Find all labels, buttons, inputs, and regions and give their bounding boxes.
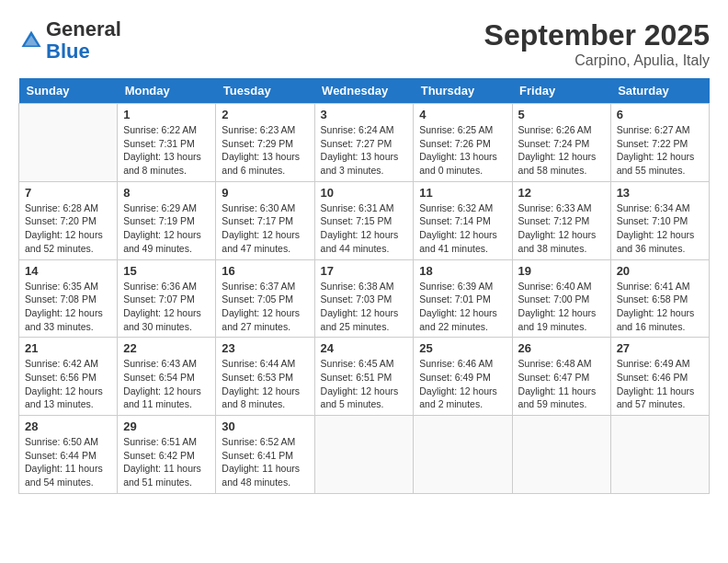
calendar-cell: 26Sunrise: 6:48 AMSunset: 6:47 PMDayligh… <box>512 338 610 416</box>
day-info: Sunrise: 6:34 AMSunset: 7:10 PMDaylight:… <box>617 201 703 256</box>
day-info: Sunrise: 6:26 AMSunset: 7:24 PMDaylight:… <box>518 123 605 178</box>
day-number: 8 <box>123 186 210 200</box>
day-number: 14 <box>25 264 111 278</box>
day-info: Sunrise: 6:46 AMSunset: 6:49 PMDaylight:… <box>419 357 506 411</box>
day-number: 16 <box>222 264 308 278</box>
day-info: Sunrise: 6:38 AMSunset: 7:03 PMDaylight:… <box>321 280 408 334</box>
weekday-header-row: SundayMondayTuesdayWednesdayThursdayFrid… <box>19 78 710 104</box>
day-number: 27 <box>617 341 703 355</box>
day-info: Sunrise: 6:52 AMSunset: 6:41 PMDaylight:… <box>222 435 308 489</box>
calendar-week-1: 1Sunrise: 6:22 AMSunset: 7:31 PMDaylight… <box>19 104 710 182</box>
day-info: Sunrise: 6:25 AMSunset: 7:26 PMDaylight:… <box>419 123 506 178</box>
calendar-week-2: 7Sunrise: 6:28 AMSunset: 7:20 PMDaylight… <box>19 181 710 259</box>
weekday-header-thursday: Thursday <box>414 78 512 104</box>
calendar-cell: 13Sunrise: 6:34 AMSunset: 7:10 PMDayligh… <box>610 181 709 259</box>
calendar-table: SundayMondayTuesdayWednesdayThursdayFrid… <box>18 78 710 494</box>
day-number: 6 <box>617 108 703 121</box>
day-number: 12 <box>518 186 605 200</box>
calendar-cell: 17Sunrise: 6:38 AMSunset: 7:03 PMDayligh… <box>314 259 414 338</box>
calendar-cell: 11Sunrise: 6:32 AMSunset: 7:14 PMDayligh… <box>414 181 512 259</box>
day-number: 5 <box>518 108 605 121</box>
day-info: Sunrise: 6:37 AMSunset: 7:05 PMDaylight:… <box>222 280 308 334</box>
logo-blue: Blue <box>46 40 121 63</box>
calendar-cell <box>610 416 709 494</box>
calendar-cell: 24Sunrise: 6:45 AMSunset: 6:51 PMDayligh… <box>314 338 414 416</box>
calendar-week-4: 21Sunrise: 6:42 AMSunset: 6:56 PMDayligh… <box>19 338 710 416</box>
logo-general: General <box>46 18 121 40</box>
calendar-cell: 14Sunrise: 6:35 AMSunset: 7:08 PMDayligh… <box>19 259 118 338</box>
title-block: September 2025 Carpino, Apulia, Italy <box>484 18 710 69</box>
day-info: Sunrise: 6:42 AMSunset: 6:56 PMDaylight:… <box>25 357 111 411</box>
day-number: 15 <box>123 264 210 278</box>
day-number: 29 <box>123 419 210 433</box>
calendar-cell: 5Sunrise: 6:26 AMSunset: 7:24 PMDaylight… <box>512 104 610 182</box>
calendar-cell: 27Sunrise: 6:49 AMSunset: 6:46 PMDayligh… <box>610 338 709 416</box>
day-info: Sunrise: 6:36 AMSunset: 7:07 PMDaylight:… <box>123 280 210 334</box>
day-number: 24 <box>321 341 408 355</box>
calendar-cell <box>512 416 610 494</box>
logo-icon <box>18 28 44 53</box>
logo: General Blue <box>18 18 121 63</box>
day-info: Sunrise: 6:35 AMSunset: 7:08 PMDaylight:… <box>25 280 111 334</box>
day-number: 28 <box>25 419 111 433</box>
day-number: 18 <box>419 264 506 278</box>
day-number: 25 <box>419 341 506 355</box>
calendar-cell: 20Sunrise: 6:41 AMSunset: 6:58 PMDayligh… <box>610 259 709 338</box>
calendar-cell <box>414 416 512 494</box>
calendar-week-5: 28Sunrise: 6:50 AMSunset: 6:44 PMDayligh… <box>19 416 710 494</box>
day-info: Sunrise: 6:32 AMSunset: 7:14 PMDaylight:… <box>419 201 506 256</box>
weekday-header-sunday: Sunday <box>19 78 118 104</box>
calendar-cell <box>314 416 414 494</box>
day-info: Sunrise: 6:49 AMSunset: 6:46 PMDaylight:… <box>617 357 703 411</box>
day-info: Sunrise: 6:23 AMSunset: 7:29 PMDaylight:… <box>222 123 308 178</box>
calendar-cell: 25Sunrise: 6:46 AMSunset: 6:49 PMDayligh… <box>414 338 512 416</box>
calendar-cell: 28Sunrise: 6:50 AMSunset: 6:44 PMDayligh… <box>19 416 118 494</box>
day-info: Sunrise: 6:27 AMSunset: 7:22 PMDaylight:… <box>617 123 703 178</box>
day-info: Sunrise: 6:43 AMSunset: 6:54 PMDaylight:… <box>123 357 210 411</box>
day-number: 11 <box>419 186 506 200</box>
calendar-cell: 15Sunrise: 6:36 AMSunset: 7:07 PMDayligh… <box>118 259 216 338</box>
day-number: 17 <box>321 264 408 278</box>
day-info: Sunrise: 6:44 AMSunset: 6:53 PMDaylight:… <box>222 357 308 411</box>
day-number: 10 <box>321 186 408 200</box>
calendar-cell: 19Sunrise: 6:40 AMSunset: 7:00 PMDayligh… <box>512 259 610 338</box>
calendar-cell: 18Sunrise: 6:39 AMSunset: 7:01 PMDayligh… <box>414 259 512 338</box>
calendar-cell: 7Sunrise: 6:28 AMSunset: 7:20 PMDaylight… <box>19 181 118 259</box>
calendar-cell: 10Sunrise: 6:31 AMSunset: 7:15 PMDayligh… <box>314 181 414 259</box>
weekday-header-friday: Friday <box>512 78 610 104</box>
calendar-cell: 12Sunrise: 6:33 AMSunset: 7:12 PMDayligh… <box>512 181 610 259</box>
day-info: Sunrise: 6:40 AMSunset: 7:00 PMDaylight:… <box>518 280 605 334</box>
calendar-cell: 3Sunrise: 6:24 AMSunset: 7:27 PMDaylight… <box>314 104 414 182</box>
month-title: September 2025 <box>484 18 710 52</box>
page-header: General Blue September 2025 Carpino, Apu… <box>18 18 710 69</box>
calendar-week-3: 14Sunrise: 6:35 AMSunset: 7:08 PMDayligh… <box>19 259 710 338</box>
day-info: Sunrise: 6:39 AMSunset: 7:01 PMDaylight:… <box>419 280 506 334</box>
day-info: Sunrise: 6:28 AMSunset: 7:20 PMDaylight:… <box>25 201 111 256</box>
day-number: 23 <box>222 341 308 355</box>
calendar-cell: 29Sunrise: 6:51 AMSunset: 6:42 PMDayligh… <box>118 416 216 494</box>
day-info: Sunrise: 6:51 AMSunset: 6:42 PMDaylight:… <box>123 435 210 489</box>
day-info: Sunrise: 6:29 AMSunset: 7:19 PMDaylight:… <box>123 201 210 256</box>
calendar-cell <box>19 104 118 182</box>
day-number: 13 <box>617 186 703 200</box>
calendar-cell: 6Sunrise: 6:27 AMSunset: 7:22 PMDaylight… <box>610 104 709 182</box>
day-info: Sunrise: 6:24 AMSunset: 7:27 PMDaylight:… <box>321 123 408 178</box>
calendar-cell: 16Sunrise: 6:37 AMSunset: 7:05 PMDayligh… <box>216 259 314 338</box>
logo-text: General Blue <box>46 18 121 63</box>
day-number: 3 <box>321 108 408 121</box>
day-info: Sunrise: 6:50 AMSunset: 6:44 PMDaylight:… <box>25 435 111 489</box>
calendar-cell: 9Sunrise: 6:30 AMSunset: 7:17 PMDaylight… <box>216 181 314 259</box>
day-info: Sunrise: 6:33 AMSunset: 7:12 PMDaylight:… <box>518 201 605 256</box>
day-number: 7 <box>25 186 111 200</box>
calendar-cell: 21Sunrise: 6:42 AMSunset: 6:56 PMDayligh… <box>19 338 118 416</box>
day-info: Sunrise: 6:30 AMSunset: 7:17 PMDaylight:… <box>222 201 308 256</box>
day-number: 4 <box>419 108 506 121</box>
day-info: Sunrise: 6:41 AMSunset: 6:58 PMDaylight:… <box>617 280 703 334</box>
day-number: 26 <box>518 341 605 355</box>
calendar-cell: 4Sunrise: 6:25 AMSunset: 7:26 PMDaylight… <box>414 104 512 182</box>
day-number: 19 <box>518 264 605 278</box>
calendar-cell: 1Sunrise: 6:22 AMSunset: 7:31 PMDaylight… <box>118 104 216 182</box>
calendar-cell: 22Sunrise: 6:43 AMSunset: 6:54 PMDayligh… <box>118 338 216 416</box>
location-title: Carpino, Apulia, Italy <box>484 52 710 69</box>
day-info: Sunrise: 6:48 AMSunset: 6:47 PMDaylight:… <box>518 357 605 411</box>
